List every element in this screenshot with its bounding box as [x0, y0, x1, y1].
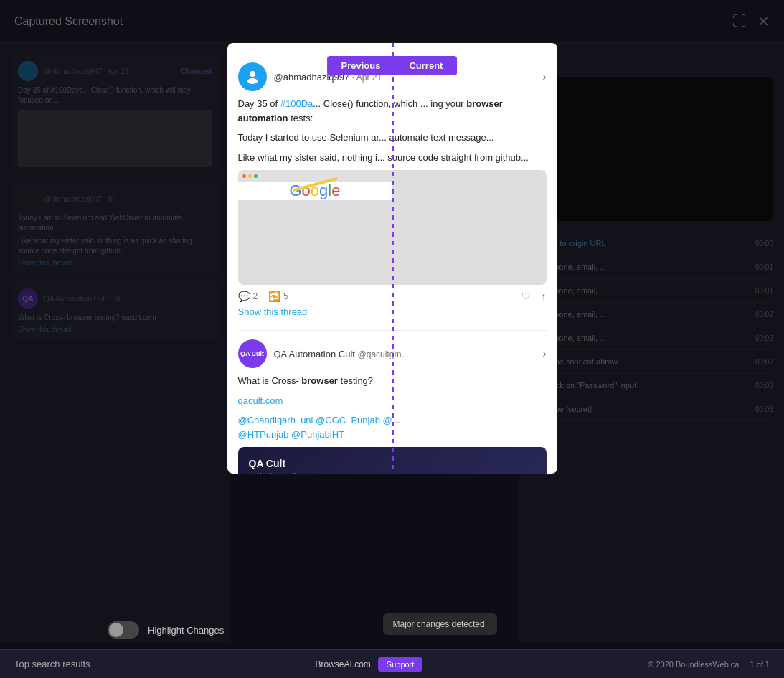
previous-tab[interactable]: Previous	[327, 56, 395, 75]
footer-logo: BrowseAI.com	[315, 659, 370, 669]
reply-icon-1: 💬	[238, 291, 250, 302]
reply-count-1: 2	[253, 291, 258, 301]
svg-point-1	[247, 78, 258, 84]
highlight-label: Highlight Changes	[148, 625, 224, 636]
highlight-toggle[interactable]	[108, 621, 139, 639]
tweet-avatar-1	[238, 62, 267, 91]
like-icon-1: ♡	[521, 291, 531, 302]
qa-link[interactable]: qacult.com	[238, 395, 283, 406]
changes-detected-text: Major changes detected.	[393, 619, 487, 629]
footer-center: BrowseAI.com Support	[315, 657, 422, 672]
qa-mention-1[interactable]: @Chandigarh_uni @CGC_Punjab @	[238, 415, 392, 425]
comparison-modal: Previous Current @ahmadhaziq997	[227, 43, 557, 474]
tweet-retweet-1[interactable]: 🔁 5	[268, 291, 288, 302]
tweet-chevron-1[interactable]: ›	[542, 70, 546, 83]
qa-mention-2[interactable]: @HTPunjab @PunjabiHT	[238, 429, 345, 440]
split-divider	[392, 43, 394, 474]
changes-detected-tooltip: Major changes detected.	[383, 613, 497, 635]
highlight-section: Highlight Changes	[108, 621, 224, 639]
modal-overlay: Previous Current @ahmadhaziq997	[0, 0, 784, 678]
footer-pagination: 1 of 1	[750, 660, 770, 669]
svg-point-0	[250, 71, 255, 77]
retweet-icon-1: 🔁	[268, 291, 280, 302]
retweet-count-1: 5	[283, 291, 288, 301]
footer-bar: Top search results BrowseAI.com Support …	[0, 649, 784, 678]
share-icon-1: ↑	[542, 291, 547, 302]
tweet-reply-1[interactable]: 💬 2	[238, 291, 258, 302]
tweet-name-2: QA Automation Cult	[274, 349, 355, 359]
support-button[interactable]: Support	[378, 657, 423, 672]
current-tab[interactable]: Current	[395, 56, 457, 75]
tweet-like-1[interactable]: ♡	[521, 291, 531, 302]
tweet-chevron-2[interactable]: ›	[542, 347, 546, 360]
footer-top-search: Top search results	[14, 659, 90, 669]
tweet-meta-2: QA Automation Cult @qacultgm...	[274, 349, 409, 359]
tweet-share-1[interactable]: ↑	[542, 291, 547, 302]
footer-right-group: © 2020 BoundlessWeb.ca 1 of 1	[648, 660, 770, 669]
toggle-knob	[109, 623, 123, 637]
qa-avatar-text: QA Cult	[240, 350, 264, 357]
tweet-handle-2: @qacultgm...	[358, 349, 409, 359]
footer-copyright: © 2020 BoundlessWeb.ca	[648, 660, 739, 669]
modal-tabs: Previous Current	[327, 56, 458, 75]
tweet-avatar-2: QA Cult	[238, 339, 267, 368]
